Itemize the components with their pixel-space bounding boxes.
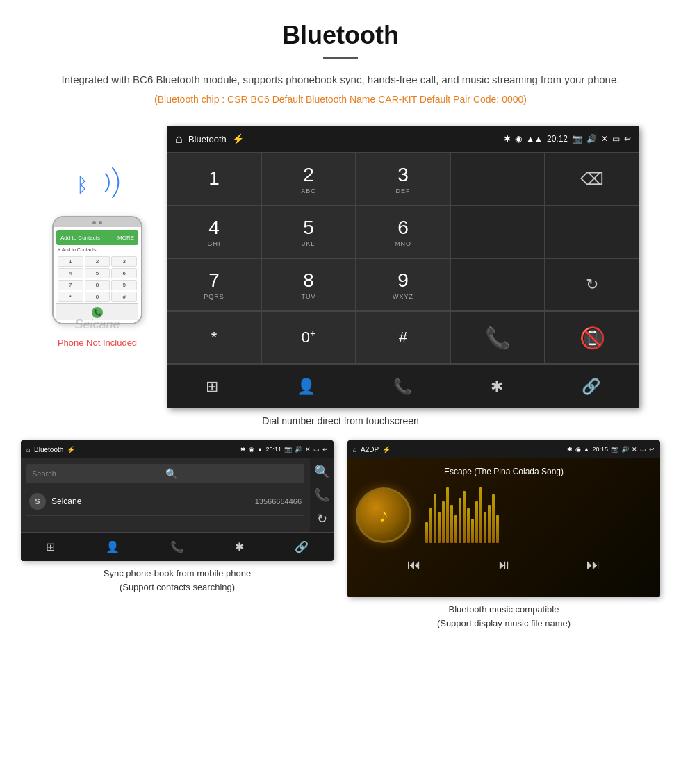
nav-grid-icon[interactable]: ⊞ bbox=[192, 372, 232, 401]
phone-key-0[interactable]: 0 bbox=[85, 292, 110, 302]
pb-home-icon[interactable]: ⌂ bbox=[26, 446, 31, 453]
pb-usb-icon: ⚡ bbox=[67, 446, 75, 453]
pb-close-icon[interactable]: ✕ bbox=[305, 446, 311, 453]
phonebook-statusbar: ⌂ Bluetooth ⚡ ✱ ◉ ▲ 20:11 📷 🔊 ✕ ▭ ↩ bbox=[21, 440, 334, 458]
phone-key-7[interactable]: 7 bbox=[58, 280, 83, 290]
phone-key-2[interactable]: 2 bbox=[85, 256, 110, 267]
phone-key-star[interactable]: * bbox=[58, 292, 83, 302]
contact-number: 13566664466 bbox=[255, 497, 302, 506]
phone-key-3[interactable]: 3 bbox=[111, 256, 137, 267]
contact-row[interactable]: S Seicane 13566664466 bbox=[26, 487, 304, 516]
nav-contacts-icon[interactable]: 👤 bbox=[283, 372, 329, 401]
car-statusbar: ⌂ Bluetooth ⚡ ✱ ◉ ▲▲ 20:12 📷 🔊 ✕ ▭ ↩ bbox=[167, 126, 639, 152]
music-signal: ▲ bbox=[584, 446, 590, 453]
car-dial-screen: ⌂ Bluetooth ⚡ ✱ ◉ ▲▲ 20:12 📷 🔊 ✕ ▭ ↩ 1 bbox=[167, 126, 639, 408]
nav-bluetooth-icon[interactable]: ✱ bbox=[477, 372, 517, 401]
pb-nav-phone[interactable]: 📞 bbox=[170, 540, 184, 553]
dial-key-6[interactable]: 6MNO bbox=[356, 206, 450, 258]
search-icon: 🔍 bbox=[165, 468, 299, 479]
pb-title: Bluetooth bbox=[34, 446, 63, 453]
pb-nav-link[interactable]: 🔗 bbox=[295, 540, 309, 553]
dial-key-5[interactable]: 5JKL bbox=[261, 206, 356, 258]
backspace-key[interactable]: ⌫ bbox=[545, 153, 639, 206]
page-description: Integrated with BC6 Bluetooth module, su… bbox=[42, 72, 639, 88]
close-icon[interactable]: ✕ bbox=[601, 134, 608, 144]
dial-key-7[interactable]: 7PQRS bbox=[167, 258, 261, 311]
phone-key-9[interactable]: 9 bbox=[111, 280, 137, 290]
dial-key-2[interactable]: 2ABC bbox=[261, 153, 356, 206]
phonebook-area: Search 🔍 S Seicane 13566664466 🔍 📞 ↻ bbox=[21, 458, 334, 532]
dial-key-8[interactable]: 8TUV bbox=[261, 258, 356, 311]
dial-key-empty-3 bbox=[545, 206, 639, 258]
next-track-button[interactable]: ⏭ bbox=[586, 557, 600, 573]
status-title: Bluetooth bbox=[188, 134, 227, 144]
phone-key-8[interactable]: 8 bbox=[85, 280, 110, 290]
phone-call-button[interactable]: 📞 bbox=[92, 307, 103, 318]
phone-illustration: ᛒ Add to Contacts MORE + Add to Contacts… bbox=[42, 167, 153, 348]
phone-key-1[interactable]: 1 bbox=[58, 256, 83, 267]
bluetooth-icon: ᛒ bbox=[76, 174, 88, 197]
music-gps-icon: ◉ bbox=[575, 446, 581, 453]
home-icon[interactable]: ⌂ bbox=[175, 132, 183, 147]
pb-window-icon[interactable]: ▭ bbox=[313, 446, 320, 453]
back-icon[interactable]: ↩ bbox=[624, 134, 631, 144]
dial-key-0[interactable]: 0+ bbox=[261, 311, 356, 364]
music-back-icon[interactable]: ↩ bbox=[649, 446, 655, 453]
music-statusbar: ⌂ A2DP ⚡ ✱ ◉ ▲ 20:15 📷 🔊 ✕ ▭ ↩ bbox=[347, 440, 660, 458]
phone-key-5[interactable]: 5 bbox=[85, 268, 110, 278]
pb-search-right-icon[interactable]: 🔍 bbox=[314, 464, 329, 479]
camera-icon: 📷 bbox=[572, 134, 582, 144]
eq-bar-11 bbox=[471, 519, 474, 543]
phone-key-4[interactable]: 4 bbox=[58, 268, 83, 278]
page-header: Bluetooth Integrated with BC6 Bluetooth … bbox=[0, 0, 681, 126]
reload-key[interactable]: ↻ bbox=[545, 258, 639, 311]
phone-speaker bbox=[99, 221, 102, 224]
pb-phone-right-icon[interactable]: 📞 bbox=[314, 487, 329, 503]
eq-bar-10 bbox=[467, 508, 470, 543]
window-icon[interactable]: ▭ bbox=[612, 134, 620, 144]
prev-track-button[interactable]: ⏮ bbox=[407, 557, 421, 573]
dial-key-3[interactable]: 3DEF bbox=[356, 153, 450, 206]
pb-nav-bt[interactable]: ✱ bbox=[235, 540, 244, 553]
wave2 bbox=[97, 167, 128, 198]
phone-mockup: Add to Contacts MORE + Add to Contacts 1… bbox=[52, 216, 142, 324]
music-content: Escape (The Pina Colada Song) ♪ ⏮ ⏯ ⏭ bbox=[347, 458, 660, 597]
bluetooth-specs: (Bluetooth chip : CSR BC6 Default Blueto… bbox=[42, 94, 639, 105]
dial-key-hash[interactable]: # bbox=[356, 311, 450, 364]
pb-signal: ▲ bbox=[257, 446, 263, 453]
pb-nav-grid[interactable]: ⊞ bbox=[46, 540, 55, 553]
pb-reload-right-icon[interactable]: ↻ bbox=[317, 511, 327, 526]
phone-key-6[interactable]: 6 bbox=[111, 268, 137, 278]
bottom-screenshots: ⌂ Bluetooth ⚡ ✱ ◉ ▲ 20:11 📷 🔊 ✕ ▭ ↩ bbox=[0, 440, 681, 630]
usb-icon: ⚡ bbox=[232, 133, 244, 144]
pb-vol-icon: 🔊 bbox=[295, 446, 302, 453]
search-bar[interactable]: Search 🔍 bbox=[26, 464, 304, 483]
pb-gps-icon: ◉ bbox=[249, 446, 254, 453]
music-close-icon[interactable]: ✕ bbox=[632, 446, 637, 453]
play-pause-button[interactable]: ⏯ bbox=[497, 557, 511, 573]
dial-key-star[interactable]: * bbox=[167, 311, 261, 364]
nav-phone-icon[interactable]: 📞 bbox=[379, 372, 426, 401]
nav-link-icon[interactable]: 🔗 bbox=[568, 372, 614, 401]
dial-caption: Dial number direct from touchscreen bbox=[0, 415, 681, 426]
eq-bar-15 bbox=[488, 505, 491, 543]
dial-key-4[interactable]: 4GHI bbox=[167, 206, 261, 258]
music-usb-icon: ⚡ bbox=[382, 446, 391, 453]
phone-camera bbox=[92, 221, 96, 224]
eq-bar-3 bbox=[438, 512, 441, 543]
music-window-icon[interactable]: ▭ bbox=[640, 446, 646, 453]
pb-nav-user[interactable]: 👤 bbox=[106, 540, 120, 553]
music-home-icon[interactable]: ⌂ bbox=[353, 446, 357, 453]
bluetooth-waves: ᛒ bbox=[69, 167, 125, 209]
status-right: ✱ ◉ ▲▲ 20:12 📷 🔊 ✕ ▭ ↩ bbox=[504, 134, 631, 144]
dial-key-empty-4 bbox=[450, 258, 545, 311]
phonebook-caption: Sync phone-book from mobile phone (Suppo… bbox=[104, 567, 251, 594]
pb-back-icon[interactable]: ↩ bbox=[322, 446, 328, 453]
eq-bar-12 bbox=[475, 501, 478, 543]
call-green-key[interactable]: 📞 bbox=[450, 311, 545, 364]
dial-key-1[interactable]: 1 bbox=[167, 153, 261, 206]
music-bt-icon: ✱ bbox=[567, 446, 573, 453]
dial-key-9[interactable]: 9WXYZ bbox=[356, 258, 450, 311]
call-red-key[interactable]: 📵 bbox=[545, 311, 639, 364]
phone-key-hash[interactable]: # bbox=[111, 292, 137, 302]
